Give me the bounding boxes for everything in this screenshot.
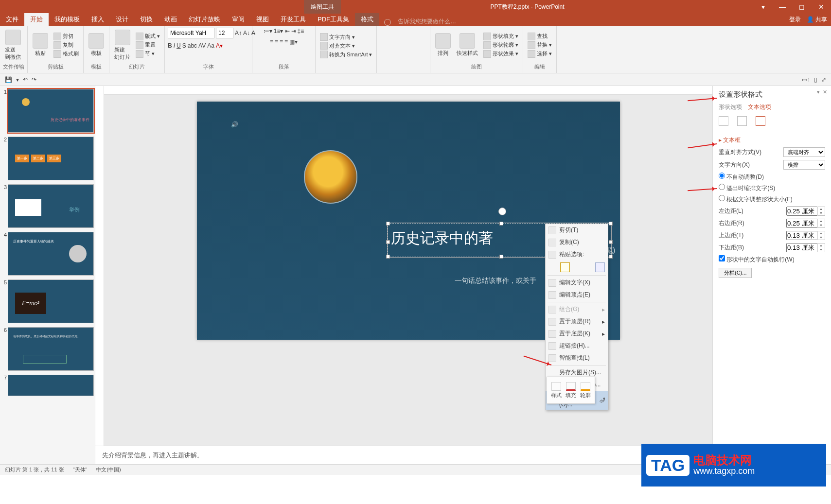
shape-effects-button[interactable]: 形状效果 ▾ xyxy=(482,50,520,58)
copy-button[interactable]: 复制 xyxy=(52,41,80,50)
find-button[interactable]: 查找 xyxy=(526,32,553,41)
shape-oval-icon[interactable] xyxy=(388,42,394,49)
handle-se[interactable] xyxy=(609,255,613,259)
spinner[interactable]: ▲▼ xyxy=(817,243,825,252)
ctx-edit-text[interactable]: 编辑文字(X) xyxy=(546,277,608,289)
thumbnail-toggle-icon[interactable]: ▯ xyxy=(814,76,817,83)
ctx-bring-front[interactable]: 置于顶层(R)▸ xyxy=(546,315,608,328)
qat-dropdown-icon[interactable]: ▾ xyxy=(16,76,19,83)
margin-top-input[interactable] xyxy=(786,231,817,240)
align-right-button[interactable]: ≡ xyxy=(280,38,283,45)
shape-line-icon[interactable] xyxy=(411,42,418,49)
thumbnail-6[interactable]: 6请事件的成长、成长种种的文献经典和历程的作用。 xyxy=(1,327,94,371)
line-spacing-button[interactable]: ‡≡ xyxy=(298,28,304,35)
tab-review[interactable]: 审阅 xyxy=(226,13,250,26)
tellme-input[interactable]: 告诉我您想要做什么… xyxy=(398,17,456,26)
autofit-resize-radio[interactable]: 根据文字调整形状大小(F) xyxy=(719,195,825,204)
text-fill-outline-icon[interactable] xyxy=(719,116,728,126)
tab-view[interactable]: 视图 xyxy=(250,13,275,26)
margin-bottom-input[interactable] xyxy=(786,243,817,252)
tab-developer[interactable]: 开发工具 xyxy=(275,13,312,26)
grow-font-icon[interactable]: A↑ xyxy=(235,30,242,36)
pane-menu-icon[interactable]: ▾ xyxy=(817,89,820,95)
slide-canvas[interactable]: 🔊 历史记录中的著 事件标题) 一句话 xyxy=(104,95,712,446)
thumbnail-1[interactable]: 1历史记录中的著名事件 xyxy=(1,89,94,133)
font-color-button[interactable]: A▾ xyxy=(216,42,223,49)
numbering-button[interactable]: 1≡▾ xyxy=(274,28,283,35)
align-center-button[interactable]: ≡ xyxy=(275,38,278,45)
tab-slideshow[interactable]: 幻灯片放映 xyxy=(183,13,226,26)
select-button[interactable]: 选择 ▾ xyxy=(526,50,553,58)
italic-button[interactable]: I xyxy=(174,42,175,49)
ribbon-opts-icon[interactable]: ▾ xyxy=(753,3,773,11)
vertical-ruler[interactable] xyxy=(95,95,104,446)
language[interactable]: 中文(中国) xyxy=(96,466,121,473)
text-effects-icon[interactable] xyxy=(737,116,747,126)
tellme-icon[interactable] xyxy=(384,19,391,26)
paste-keep-icon[interactable] xyxy=(560,262,570,272)
wrap-text-checkbox[interactable]: 形状中的文字自动换行(W) xyxy=(719,255,825,264)
ctx-smart-lookup[interactable]: 智能查找(L) xyxy=(546,352,608,364)
share-button[interactable]: 👤 共享 xyxy=(807,16,827,24)
handle-s[interactable] xyxy=(499,255,503,259)
columns-button[interactable]: ▥▾ xyxy=(289,38,298,45)
section-button[interactable]: 节 ▾ xyxy=(134,50,161,58)
shape-outline-button[interactable]: 形状轮廓 ▾ xyxy=(482,41,520,50)
replace-button[interactable]: 替换 ▾ xyxy=(526,41,553,50)
arrange-button[interactable]: 排列 xyxy=(433,32,453,58)
quick-styles-button[interactable]: 快速样式 xyxy=(455,32,480,58)
textbox-icon[interactable] xyxy=(756,116,765,126)
thumbnail-4[interactable]: 4历史事件的重要人物的姓名 xyxy=(1,232,94,276)
shape-tri-icon[interactable] xyxy=(395,42,402,49)
shape-arrow-icon[interactable] xyxy=(403,42,410,49)
maximize-icon[interactable]: ◻ xyxy=(792,3,812,11)
font-size-select[interactable] xyxy=(216,28,233,38)
templates-button[interactable]: 模板 xyxy=(87,32,106,58)
login-link[interactable]: 登录 xyxy=(789,16,801,24)
minimize-icon[interactable]: — xyxy=(773,3,792,11)
layout-button[interactable]: 版式 ▾ xyxy=(134,32,161,41)
audio-icon[interactable]: 🔊 xyxy=(231,121,248,138)
margin-left-input[interactable] xyxy=(786,207,817,216)
bullets-button[interactable]: ≔▾ xyxy=(264,28,272,35)
handle-n[interactable] xyxy=(499,222,503,226)
underline-button[interactable]: U xyxy=(177,42,181,49)
handle-w[interactable] xyxy=(386,240,390,244)
tab-home[interactable]: 开始 xyxy=(24,13,49,26)
tab-mytemplates[interactable]: 我的模板 xyxy=(49,13,86,26)
text-direction-select[interactable]: 横排 xyxy=(783,160,825,170)
font-select[interactable] xyxy=(168,28,214,38)
columns-button[interactable]: 分栏(C)... xyxy=(719,268,752,278)
tab-transition[interactable]: 切换 xyxy=(134,13,159,26)
ruler-toggle-icon[interactable]: ⤢ xyxy=(821,76,826,83)
thumbnail-5[interactable]: 5E=mc² xyxy=(1,279,94,323)
rotate-handle[interactable] xyxy=(498,208,506,215)
paste-button[interactable]: 粘贴 xyxy=(31,32,50,58)
spinner[interactable]: ▲▼ xyxy=(817,207,825,216)
thumbnail-3[interactable]: 3举例 xyxy=(1,184,94,228)
tab-file[interactable]: 文件 xyxy=(0,13,24,26)
thumbnail-2[interactable]: 2第一步第二步第三步 xyxy=(1,137,94,180)
collapse-ribbon-icon[interactable]: ▭↑ xyxy=(802,76,810,83)
handle-ne[interactable] xyxy=(609,222,613,226)
handle-e[interactable] xyxy=(609,240,613,244)
undo-icon[interactable]: ↶ xyxy=(23,76,28,83)
shape-fill-button[interactable]: 形状填充 ▾ xyxy=(482,32,520,41)
autofit-none-radio[interactable]: 不自动调整(D) xyxy=(719,173,825,181)
spinner[interactable]: ▲▼ xyxy=(817,231,825,240)
new-slide-button[interactable]: 新建 幻灯片 xyxy=(112,29,132,62)
slide-thumbnails[interactable]: 1历史记录中的著名事件 2第一步第二步第三步 3举例 4历史事件的重要人物的姓名… xyxy=(0,86,95,464)
shape-options-tab[interactable]: 形状选项 xyxy=(719,103,742,111)
shadow-button[interactable]: S xyxy=(182,42,186,49)
cut-button[interactable]: 剪切 xyxy=(52,32,80,41)
shapes-gallery[interactable] xyxy=(380,27,427,65)
smartart-button[interactable]: 转换为 SmartArt ▾ xyxy=(318,50,373,59)
textbox-section[interactable]: ▸ 文本框 xyxy=(719,136,825,144)
shape-rect-icon[interactable] xyxy=(380,42,387,49)
tab-pdf[interactable]: PDF工具集 xyxy=(312,13,355,26)
margin-right-input[interactable] xyxy=(786,219,817,228)
ctx-send-back[interactable]: 置于底层(K)▸ xyxy=(546,328,608,340)
save-icon[interactable]: 💾 xyxy=(5,76,12,83)
slide-count[interactable]: 幻灯片 第 1 张，共 11 张 xyxy=(5,466,64,473)
reset-button[interactable]: 重置 xyxy=(134,41,161,50)
